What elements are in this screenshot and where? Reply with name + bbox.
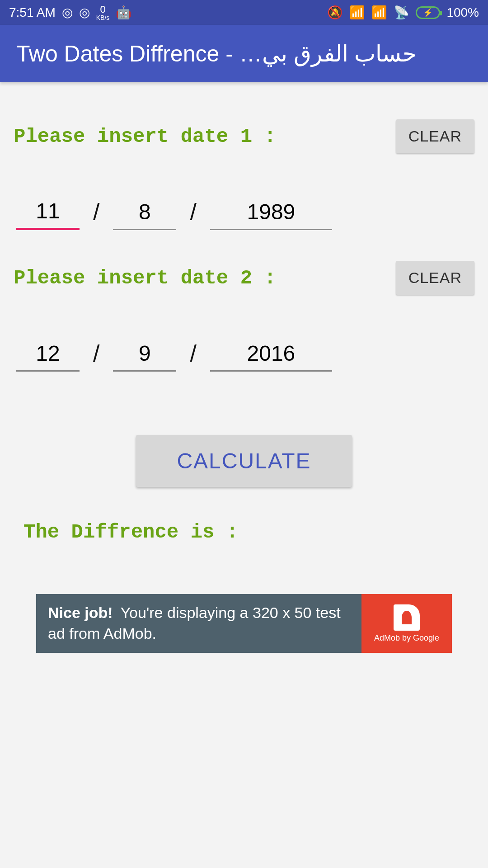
ad-brand: AdMob by Google (361, 594, 452, 653)
main-content: Please insert date 1 : CLEAR / / Please … (0, 119, 488, 615)
android-icon: 🤖 (116, 5, 131, 20)
status-bar: 7:51 AM ◎ ◎ 0 KB/s 🤖 🔕 📶 📶 📡 ⚡ 100% (0, 0, 488, 25)
result-label: The Diffrence is : (14, 521, 474, 543)
ad-bold: Nice job! (48, 604, 113, 621)
page-title: Two Dates Diffrence - …حساب الفرق بي (16, 41, 417, 67)
calculate-button[interactable]: CALCULATE (136, 435, 352, 487)
signal-icon-1: 📶 (349, 5, 365, 20)
date2-month-input[interactable] (113, 341, 176, 372)
clear-date2-button[interactable]: CLEAR (396, 261, 474, 295)
date2-inputs: / / (14, 340, 474, 372)
separator: / (93, 198, 99, 230)
status-right: 🔕 📶 📶 📡 ⚡ 100% (327, 5, 479, 20)
separator: / (190, 198, 196, 230)
ad-banner[interactable]: Nice job! You're displaying a 320 x 50 t… (36, 594, 452, 653)
date2-header: Please insert date 2 : CLEAR (14, 261, 474, 295)
date1-header: Please insert date 1 : CLEAR (14, 119, 474, 153)
app-bar: Two Dates Diffrence - …حساب الفرق بي (0, 25, 488, 82)
vibrate-icon: 🔕 (327, 5, 343, 20)
date2-prompt: Please insert date 2 : (14, 267, 276, 289)
battery-percent: 100% (446, 5, 479, 20)
sync-icon-2: ◎ (79, 5, 90, 20)
date2-year-input[interactable] (210, 341, 332, 372)
date1-day-input[interactable] (16, 198, 80, 230)
network-speed: 0 KB/s (96, 5, 110, 21)
calculate-wrap: CALCULATE (14, 435, 474, 487)
status-left: 7:51 AM ◎ ◎ 0 KB/s 🤖 (9, 5, 131, 21)
signal-icon-2: 📶 (371, 5, 387, 20)
wifi-icon: 📡 (394, 5, 409, 20)
admob-icon (394, 604, 420, 631)
separator: / (93, 340, 99, 372)
date1-inputs: / / (14, 198, 474, 230)
date1-prompt: Please insert date 1 : (14, 125, 276, 148)
ad-text: Nice job! You're displaying a 320 x 50 t… (36, 594, 361, 653)
separator: / (190, 340, 196, 372)
date1-year-input[interactable] (210, 199, 332, 230)
ad-caption: AdMob by Google (374, 633, 439, 643)
battery-icon: ⚡ (416, 6, 440, 19)
clear-date1-button[interactable]: CLEAR (396, 119, 474, 153)
sync-icon: ◎ (62, 5, 73, 20)
date1-month-input[interactable] (113, 199, 176, 230)
status-time: 7:51 AM (9, 5, 56, 20)
date2-day-input[interactable] (16, 341, 80, 372)
